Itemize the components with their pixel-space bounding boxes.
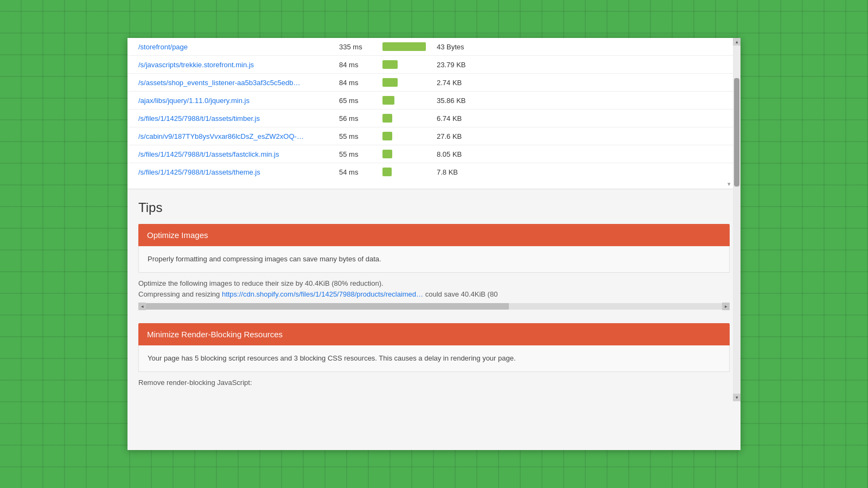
resource-bar-cell bbox=[377, 150, 431, 158]
resource-bar bbox=[382, 168, 392, 176]
resource-bar-cell bbox=[377, 132, 431, 140]
resource-bar bbox=[382, 114, 392, 123]
resource-bar-cell bbox=[377, 96, 431, 105]
resource-size: 7.8 KB bbox=[431, 168, 486, 176]
resource-size: 35.86 KB bbox=[431, 97, 486, 105]
resource-link[interactable]: /s/files/1/1425/7988/t/1/assets/timber.j… bbox=[138, 114, 334, 123]
scroll-right-arrow[interactable]: ▸ bbox=[722, 303, 730, 310]
scroll-down-indicator: ▾ bbox=[127, 181, 741, 189]
resource-row: /ajax/libs/jquery/1.11.0/jquery.min.js 6… bbox=[127, 92, 741, 110]
resource-size: 6.74 KB bbox=[431, 114, 486, 123]
resource-bar bbox=[382, 42, 426, 51]
resource-row: /s/files/1/1425/7988/t/1/assets/theme.js… bbox=[127, 163, 741, 181]
tip-body-optimize-images: Optimize the following images to reduce … bbox=[138, 273, 730, 311]
scrollbar-down-arrow[interactable]: ▾ bbox=[733, 394, 741, 401]
resource-bar-cell bbox=[377, 168, 431, 176]
resource-row: /s/javascripts/trekkie.storefront.min.js… bbox=[127, 56, 741, 74]
resource-bar-cell bbox=[377, 114, 431, 123]
resource-time: 54 ms bbox=[334, 168, 377, 176]
resource-row: /s/files/1/1425/7988/t/1/assets/timber.j… bbox=[127, 110, 741, 127]
resource-link[interactable]: /s/javascripts/trekkie.storefront.min.js bbox=[138, 61, 334, 69]
resource-link[interactable]: /s/files/1/1425/7988/t/1/assets/theme.js bbox=[138, 168, 334, 176]
resource-table: /storefront/page 335 ms 43 Bytes /s/java… bbox=[127, 38, 741, 189]
resource-row: /s/assets/shop_events_listener-aa5b3af3c… bbox=[127, 74, 741, 92]
tip-optimize-images: Optimize Images Properly formatting and … bbox=[138, 224, 730, 310]
resource-row: /s/cabin/v9/187TYb8ysVvxar86lcDsZ_esZW2x… bbox=[127, 127, 741, 145]
resource-bar bbox=[382, 132, 392, 140]
resource-time: 84 ms bbox=[334, 61, 377, 69]
resource-bar bbox=[382, 150, 392, 158]
resource-time: 335 ms bbox=[334, 43, 377, 51]
tips-section: Tips Optimize Images Properly formatting… bbox=[127, 189, 741, 388]
resource-bar-cell bbox=[377, 42, 431, 51]
resource-link[interactable]: /s/assets/shop_events_listener-aa5b3af3c… bbox=[138, 79, 334, 87]
cdn-link[interactable]: https://cdn.shopify.com/s/files/1/1425/7… bbox=[222, 290, 423, 298]
resource-size: 8.05 KB bbox=[431, 150, 486, 158]
tip-header-minimize-render: Minimize Render-Blocking Resources bbox=[138, 323, 730, 345]
horizontal-scrollbar[interactable]: ◂ ▸ bbox=[138, 303, 730, 310]
tip-description-optimize-images: Properly formatting and compressing imag… bbox=[138, 246, 730, 273]
tips-title: Tips bbox=[138, 200, 730, 215]
resource-time: 84 ms bbox=[334, 79, 377, 87]
resource-link[interactable]: /s/files/1/1425/7988/t/1/assets/fastclic… bbox=[138, 150, 334, 158]
tip-header-optimize-images: Optimize Images bbox=[138, 224, 730, 246]
resource-link[interactable]: /storefront/page bbox=[138, 43, 334, 51]
resource-bar bbox=[382, 78, 398, 87]
scroll-track[interactable] bbox=[146, 303, 722, 310]
resource-time: 65 ms bbox=[334, 97, 377, 105]
scrollbar-thumb bbox=[734, 78, 739, 187]
resource-link[interactable]: /s/cabin/v9/187TYb8ysVvxar86lcDsZ_esZW2x… bbox=[138, 132, 334, 140]
resource-size: 2.74 KB bbox=[431, 79, 486, 87]
scroll-thumb bbox=[146, 303, 509, 310]
resource-row: /s/files/1/1425/7988/t/1/assets/fastclic… bbox=[127, 145, 741, 163]
scroll-left-arrow[interactable]: ◂ bbox=[138, 303, 146, 310]
resource-bar bbox=[382, 96, 394, 105]
scrollbar-up-arrow[interactable]: ▴ bbox=[733, 38, 741, 46]
resource-bar bbox=[382, 60, 398, 69]
tip-body-minimize-render: Remove render-blocking JavaScript: bbox=[138, 372, 730, 389]
resource-row: /storefront/page 335 ms 43 Bytes bbox=[127, 38, 741, 56]
tip-description-minimize-render: Your page has 5 blocking script resource… bbox=[138, 345, 730, 372]
resource-time: 55 ms bbox=[334, 150, 377, 158]
resource-size: 27.6 KB bbox=[431, 132, 486, 140]
resource-bar-cell bbox=[377, 78, 431, 87]
main-scrollbar[interactable]: ▴ ▾ bbox=[733, 38, 741, 401]
resource-size: 43 Bytes bbox=[431, 43, 486, 51]
scrollbar-track bbox=[733, 46, 741, 394]
resource-time: 56 ms bbox=[334, 114, 377, 123]
resource-time: 55 ms bbox=[334, 132, 377, 140]
resource-link[interactable]: /ajax/libs/jquery/1.11.0/jquery.min.js bbox=[138, 97, 334, 105]
resource-size: 23.79 KB bbox=[431, 61, 486, 69]
resource-bar-cell bbox=[377, 60, 431, 69]
tip-minimize-render-blocking: Minimize Render-Blocking Resources Your … bbox=[138, 323, 730, 388]
